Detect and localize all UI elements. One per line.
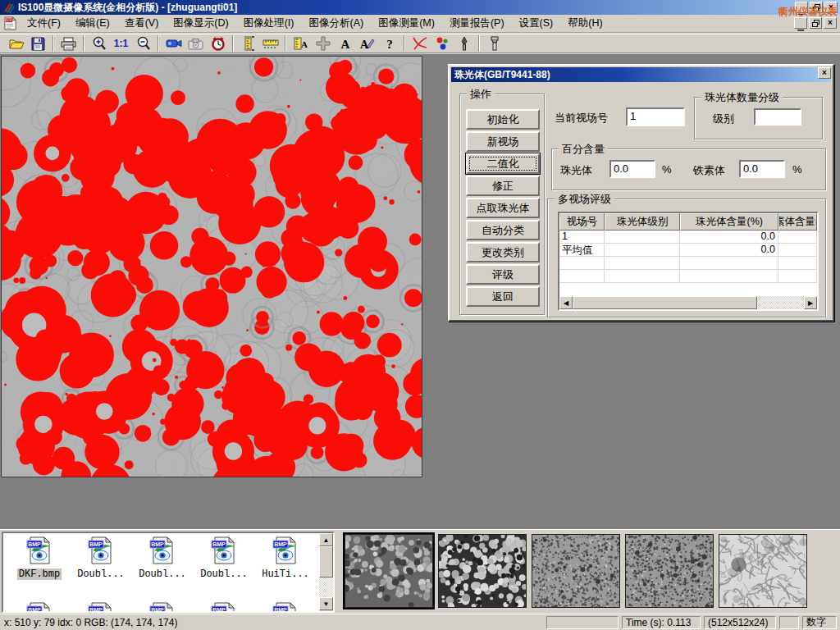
menu-image-process[interactable]: 图像处理(I) bbox=[236, 15, 302, 32]
restore-button[interactable] bbox=[810, 2, 823, 13]
print-button[interactable] bbox=[57, 34, 80, 52]
menu-view[interactable]: 查看(V) bbox=[117, 15, 167, 32]
status-mode: 数字 bbox=[802, 616, 837, 629]
table-horizontal-scrollbar[interactable]: ◀ ▶ bbox=[559, 296, 817, 309]
file-name[interactable]: Doubl... bbox=[75, 568, 126, 580]
menu-help[interactable]: 帮助(H) bbox=[560, 15, 609, 32]
document-icon[interactable]: DOC bbox=[3, 16, 17, 30]
multifield-table[interactable]: 视场号 珠光体级别 珠光体含量(%) 铁素体含量(%) 1 0.0 平均值 bbox=[558, 212, 819, 311]
col-ferrite-content[interactable]: 铁素体含量(%) bbox=[778, 213, 817, 231]
col-pearlite-content[interactable]: 珠光体含量(%) bbox=[680, 213, 778, 231]
new-field-button[interactable]: 新视场 bbox=[466, 131, 540, 152]
change-class-button[interactable]: 更改类别 bbox=[466, 242, 540, 262]
table-row[interactable] bbox=[559, 257, 817, 270]
file-item[interactable]: BMP Doubl... bbox=[71, 536, 130, 580]
micrograph-image[interactable] bbox=[1, 56, 422, 477]
move-tool-button[interactable] bbox=[312, 34, 334, 52]
auto-classify-button[interactable]: 自动分类 bbox=[466, 220, 540, 240]
mdi-close-button[interactable]: × bbox=[824, 17, 837, 29]
pearlite-input[interactable]: 0.0 bbox=[609, 160, 655, 178]
phase-color-button[interactable] bbox=[431, 34, 453, 52]
file-item[interactable]: BMP bbox=[194, 602, 253, 612]
menu-edit[interactable]: 编辑(E) bbox=[68, 15, 117, 32]
col-pearlite-level[interactable]: 珠光体级别 bbox=[605, 213, 680, 231]
timer-button[interactable] bbox=[207, 34, 229, 52]
menu-file[interactable]: 文件(F) bbox=[20, 15, 68, 32]
menu-settings[interactable]: 设置(S) bbox=[512, 15, 561, 32]
scroll-up-button[interactable]: ▲ bbox=[319, 533, 333, 546]
file-item[interactable]: BMP HuiTi... bbox=[256, 536, 315, 580]
scroll-down-button[interactable]: ▼ bbox=[319, 597, 333, 610]
table-row[interactable] bbox=[559, 270, 817, 283]
scroll-track[interactable] bbox=[757, 296, 804, 309]
zoom-out-button[interactable] bbox=[132, 34, 154, 52]
file-name[interactable]: DKF.bmp bbox=[17, 568, 62, 580]
pick-pearlite-button[interactable]: 点取珠光体 bbox=[466, 198, 540, 218]
label-measure-button[interactable]: A bbox=[290, 34, 312, 52]
camera-icon bbox=[188, 38, 203, 50]
file-item[interactable]: BMP Doubl... bbox=[133, 536, 192, 580]
bmp-file-icon: BMP bbox=[210, 536, 238, 564]
caliper-measure-button[interactable] bbox=[237, 34, 259, 52]
file-list-scrollbar[interactable]: ▲ ▼ bbox=[319, 533, 333, 611]
menu-image-analysis[interactable]: 图像分析(A) bbox=[301, 15, 371, 32]
file-item[interactable]: BMP DKF.bmp bbox=[10, 536, 69, 580]
thumbnail-1[interactable] bbox=[345, 534, 433, 608]
file-name[interactable]: Doubl... bbox=[137, 568, 188, 580]
scroll-thumb[interactable] bbox=[573, 296, 757, 309]
scroll-right-button[interactable]: ▶ bbox=[804, 296, 817, 309]
return-button[interactable]: 返回 bbox=[466, 286, 540, 307]
open-button[interactable] bbox=[5, 34, 27, 52]
menu-image-display[interactable]: 图像显示(D) bbox=[166, 15, 235, 32]
rate-button[interactable]: 评级 bbox=[466, 264, 540, 285]
mdi-minimize-button[interactable]: ▁ bbox=[794, 17, 807, 29]
binarize-button[interactable]: 二值化 bbox=[466, 153, 540, 174]
table-row[interactable]: 1 0.0 bbox=[559, 231, 817, 244]
scroll-left-button[interactable]: ◀ bbox=[559, 296, 573, 309]
thumbnail-2[interactable] bbox=[438, 534, 527, 608]
mdi-restore-icon bbox=[812, 20, 819, 27]
thumbnail-4[interactable] bbox=[625, 534, 714, 608]
thumbnail-3[interactable] bbox=[532, 534, 620, 608]
ferrite-input[interactable]: 0.0 bbox=[739, 160, 785, 178]
micrograph-canvas[interactable] bbox=[2, 57, 422, 477]
save-button[interactable] bbox=[27, 34, 49, 52]
dialog-title-bar[interactable]: 珠光体(GB/T9441-88) bbox=[451, 67, 831, 82]
mdi-restore-button[interactable] bbox=[809, 17, 822, 29]
menu-image-measure[interactable]: 图像测量(M) bbox=[371, 15, 442, 32]
col-field-no[interactable]: 视场号 bbox=[559, 213, 605, 231]
current-field-input[interactable]: 1 bbox=[626, 107, 685, 126]
file-item[interactable]: BMP Doubl... bbox=[194, 536, 253, 580]
brush-tool-button[interactable] bbox=[483, 34, 505, 52]
actual-size-button[interactable]: 1:1 bbox=[110, 34, 132, 52]
file-item[interactable]: BMP bbox=[133, 602, 192, 612]
file-name[interactable]: HuiTi... bbox=[260, 568, 311, 580]
curve-tool-button[interactable] bbox=[409, 34, 431, 52]
init-button[interactable]: 初始化 bbox=[466, 109, 540, 130]
ruler-measure-button[interactable] bbox=[259, 34, 281, 52]
dialog-close-button[interactable]: × bbox=[818, 67, 831, 79]
annotate-tool-button[interactable]: A bbox=[356, 34, 378, 52]
file-browser[interactable]: BMP DKF.bmp BMP Doubl... BMP bbox=[2, 532, 335, 613]
table-row[interactable]: 平均值 0.0 bbox=[559, 244, 817, 257]
minimize-button[interactable]: ▁ bbox=[795, 2, 808, 13]
pen-tool-button[interactable] bbox=[453, 34, 475, 52]
scroll-thumb[interactable] bbox=[319, 546, 333, 578]
file-item[interactable]: BMP bbox=[71, 602, 130, 612]
file-name[interactable]: Doubl... bbox=[199, 568, 249, 580]
thumbnail-5[interactable] bbox=[719, 534, 807, 608]
help-button[interactable]: ? bbox=[378, 34, 400, 52]
file-item[interactable]: BMP bbox=[10, 602, 69, 612]
scroll-track[interactable] bbox=[319, 578, 333, 597]
correct-button[interactable]: 修正 bbox=[466, 176, 540, 196]
snapshot-button[interactable] bbox=[185, 34, 207, 52]
file-item[interactable]: BMP bbox=[256, 602, 315, 612]
video-capture-button[interactable] bbox=[162, 34, 185, 52]
text-tool-button[interactable]: A bbox=[334, 34, 356, 52]
svg-text:A: A bbox=[301, 39, 308, 49]
close-button[interactable]: × bbox=[824, 2, 838, 13]
menu-measure-report[interactable]: 测量报告(P) bbox=[442, 15, 512, 32]
level-input[interactable] bbox=[754, 108, 801, 126]
title-bar: IS100显微摄像系统(金相分析版) - [zhuguangti01] ▁ × bbox=[0, 0, 840, 15]
zoom-in-button[interactable] bbox=[88, 34, 110, 52]
